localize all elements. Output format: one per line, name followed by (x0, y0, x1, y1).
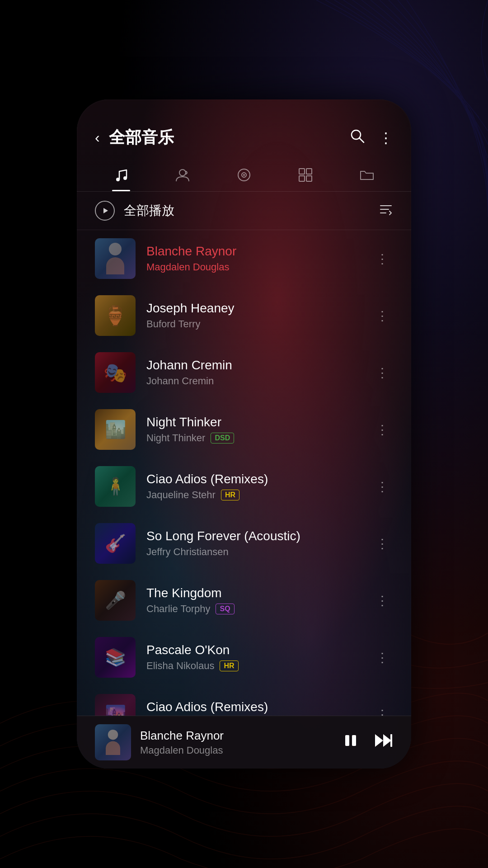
page-title: 全部音乐 (109, 127, 341, 149)
list-item[interactable]: 🧍 Ciao Adios (Remixes) Jaqueline Stehr H… (77, 458, 411, 515)
song-info: The Kingdom Charlie Torphy SQ (146, 586, 361, 615)
svg-marker-19 (383, 734, 391, 747)
more-icon[interactable]: ⋮ (379, 129, 393, 146)
tab-bar (77, 158, 411, 192)
play-all-left: 全部播放 (95, 201, 174, 221)
song-meta: Charlie Torphy SQ (146, 603, 361, 615)
song-thumbnail: 📚 (95, 637, 136, 678)
svg-point-4 (179, 170, 186, 176)
play-all-label: 全部播放 (124, 202, 174, 219)
play-all-bar: 全部播放 (77, 192, 411, 230)
song-thumbnail: 🧍 (95, 466, 136, 507)
song-title: Night Thinker (146, 415, 361, 429)
svg-marker-12 (103, 208, 108, 213)
quality-badge-hr: HR (220, 660, 238, 671)
svg-marker-18 (375, 734, 383, 747)
song-thumbnail: 🎸 (95, 523, 136, 564)
tab-folders[interactable] (336, 162, 398, 191)
playback-controls (342, 731, 393, 754)
more-options-button[interactable]: ⋮ (371, 646, 393, 670)
song-meta: Jaqueline Stehr HR (146, 489, 361, 501)
song-meta: Elisha Nikolaus HR (146, 660, 361, 672)
song-info: Blanche Raynor Magdalen Douglas (146, 244, 361, 273)
song-info: Joseph Heaney Buford Terry (146, 301, 361, 330)
list-item[interactable]: 🎤 The Kingdom Charlie Torphy SQ ⋮ (77, 572, 411, 629)
tab-grid[interactable] (275, 162, 336, 191)
song-meta: Night Thinker DSD (146, 432, 361, 444)
list-item[interactable]: 📚 Pascale O'Kon Elisha Nikolaus HR ⋮ (77, 629, 411, 686)
song-meta: Buford Terry (146, 318, 361, 330)
svg-rect-8 (299, 169, 305, 174)
phone-content: ‹ 全部音乐 ⋮ (77, 99, 411, 769)
song-artist: Johann Cremin (146, 375, 214, 387)
quality-badge-sq: SQ (216, 604, 234, 614)
next-button[interactable] (373, 731, 393, 754)
now-playing-title: Blanche Raynor (140, 729, 333, 743)
more-options-button[interactable]: ⋮ (371, 304, 393, 328)
list-item[interactable]: 🎭 Johann Cremin Johann Cremin ⋮ (77, 344, 411, 401)
song-artist: Night Thinker (146, 432, 205, 444)
svg-rect-16 (345, 735, 349, 746)
search-icon[interactable] (350, 128, 365, 147)
now-playing-artist: Magdalen Douglas (140, 745, 333, 756)
back-button[interactable]: ‹ (95, 129, 100, 146)
more-options-button[interactable]: ⋮ (371, 361, 393, 385)
now-playing-thumbnail (95, 724, 131, 760)
song-meta: Jeffry Christiansen (146, 546, 361, 558)
song-info: Pascale O'Kon Elisha Nikolaus HR (146, 643, 361, 672)
more-options-button[interactable]: ⋮ (371, 589, 393, 613)
song-title: Pascale O'Kon (146, 643, 361, 657)
song-list: Blanche Raynor Magdalen Douglas ⋮ 🏺 Jose… (77, 230, 411, 716)
list-item[interactable]: 🏺 Joseph Heaney Buford Terry ⋮ (77, 287, 411, 344)
song-artist: Jaqueline Stehr (146, 489, 216, 501)
song-artist: Buford Terry (146, 318, 200, 330)
list-item[interactable]: 🎸 So Long Forever (Acoustic) Jeffry Chri… (77, 515, 411, 572)
svg-rect-11 (306, 176, 312, 181)
svg-rect-17 (352, 735, 356, 746)
tab-albums[interactable] (213, 162, 275, 191)
pause-button[interactable] (342, 731, 360, 754)
song-thumbnail: 🎭 (95, 352, 136, 393)
song-artist: Charlie Torphy (146, 603, 210, 615)
song-title: Blanche Raynor (146, 244, 361, 259)
more-options-button[interactable]: ⋮ (371, 703, 393, 716)
song-info: Johann Cremin Johann Cremin (146, 358, 361, 387)
header-actions: ⋮ (350, 128, 393, 147)
list-item[interactable]: 🏙️ Night Thinker Night Thinker DSD ⋮ (77, 401, 411, 458)
list-item[interactable]: Blanche Raynor Magdalen Douglas ⋮ (77, 230, 411, 287)
sort-button[interactable] (379, 203, 393, 219)
svg-rect-20 (390, 734, 392, 747)
more-options-button[interactable]: ⋮ (371, 418, 393, 442)
now-playing-info: Blanche Raynor Magdalen Douglas (140, 729, 333, 756)
song-info: So Long Forever (Acoustic) Jeffry Christ… (146, 529, 361, 558)
tab-artists[interactable] (152, 162, 213, 191)
svg-point-2 (116, 178, 120, 181)
phone-frame: ‹ 全部音乐 ⋮ (77, 99, 411, 769)
song-artist: Magdalen Douglas (146, 261, 229, 273)
list-item[interactable]: 🌆 Ciao Adios (Remixes) Willis Osinski ⋮ (77, 686, 411, 716)
song-artist: Elisha Nikolaus (146, 660, 214, 672)
song-title: Ciao Adios (Remixes) (146, 472, 361, 486)
song-artist: Jeffry Christiansen (146, 546, 229, 558)
song-title: Ciao Adios (Remixes) (146, 700, 361, 714)
song-thumbnail: 🎤 (95, 580, 136, 621)
svg-line-1 (359, 138, 364, 142)
song-title: Joseph Heaney (146, 301, 361, 316)
now-playing-bar[interactable]: Blanche Raynor Magdalen Douglas (77, 716, 411, 769)
song-info: Ciao Adios (Remixes) Jaqueline Stehr HR (146, 472, 361, 501)
more-options-button[interactable]: ⋮ (371, 475, 393, 499)
svg-rect-9 (306, 169, 312, 174)
tab-songs[interactable] (90, 162, 152, 191)
quality-badge-dsd: DSD (211, 433, 234, 443)
more-options-button[interactable]: ⋮ (371, 532, 393, 556)
svg-point-3 (123, 176, 127, 180)
song-title: Johann Cremin (146, 358, 361, 373)
song-title: So Long Forever (Acoustic) (146, 529, 361, 543)
play-all-button[interactable] (95, 201, 115, 221)
song-info: Night Thinker Night Thinker DSD (146, 415, 361, 444)
svg-point-7 (243, 174, 245, 176)
more-options-button[interactable]: ⋮ (371, 247, 393, 271)
song-thumbnail (95, 238, 136, 279)
song-meta: Magdalen Douglas (146, 261, 361, 273)
song-title: The Kingdom (146, 586, 361, 600)
